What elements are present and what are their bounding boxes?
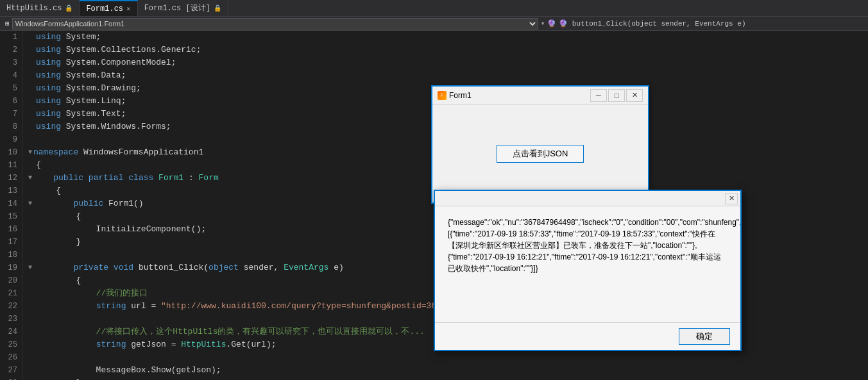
code-token: {: [36, 274, 81, 287]
code-token: System;: [61, 31, 101, 44]
line-number: 26: [5, 351, 17, 364]
code-token: sender,: [239, 261, 284, 274]
code-token: [33, 172, 53, 185]
line-number: 9: [5, 133, 17, 146]
line-number: 23: [5, 313, 17, 326]
code-token: System.Data;: [61, 69, 126, 82]
code-token: System.ComponentModel;: [61, 56, 176, 69]
code-line: MessageBox.Show(getJson);: [28, 364, 863, 377]
tab-close-icon[interactable]: ✕: [126, 4, 131, 13]
tab-form1cs-label: Form1.cs: [86, 4, 123, 13]
line-number: 14: [5, 197, 17, 210]
form1-titlebar: F Form1 ─ □ ✕: [432, 87, 648, 104]
form1-minimize-button[interactable]: ─: [590, 89, 607, 102]
line-number: 10: [5, 146, 17, 159]
code-token: using: [36, 108, 61, 120]
tab-httputils-lock-icon: 🔒: [65, 4, 72, 12]
breadcrumb-separator: ▾: [541, 19, 545, 28]
code-token: Form1(): [103, 197, 143, 210]
line-number: 5: [5, 82, 17, 95]
code-line: using System.ComponentModel;: [28, 56, 863, 69]
line-number: 21: [5, 287, 17, 300]
line-number: 15: [5, 210, 17, 223]
form1-maximize-button[interactable]: □: [608, 89, 625, 102]
code-token: }: [36, 236, 81, 249]
code-line: using System.Data;: [28, 69, 863, 82]
tab-form1design[interactable]: Form1.cs [设计] 🔒: [138, 0, 228, 16]
code-token: namespace: [33, 146, 78, 159]
code-token: InitializeComponent();: [36, 223, 206, 236]
line-number: 19: [5, 261, 17, 274]
code-token: private: [73, 261, 108, 274]
code-line: }: [28, 377, 863, 380]
line-number: 11: [5, 159, 17, 172]
line-number: 13: [5, 185, 17, 197]
code-token: class: [128, 172, 153, 185]
code-token: object: [208, 261, 239, 274]
code-token: System.Linq;: [61, 95, 126, 108]
code-token: [33, 261, 73, 274]
line-number: 7: [5, 108, 17, 120]
breadcrumb-method-icon: 🔮: [547, 19, 556, 28]
code-token: using: [36, 56, 61, 69]
code-token: public: [73, 197, 103, 210]
msg-close-button[interactable]: ✕: [725, 193, 738, 204]
line-number: 12: [5, 172, 17, 185]
code-token: System.Collections.Generic;: [61, 44, 201, 56]
code-token: {: [36, 210, 81, 223]
collapse-icon[interactable]: ▼: [28, 172, 32, 185]
code-token: getJson =: [126, 338, 181, 351]
collapse-icon[interactable]: ▼: [28, 261, 32, 274]
code-token: MessageBox.Show(getJson);: [36, 364, 221, 377]
code-line: using System.Collections.Generic;: [28, 44, 863, 56]
code-token: //将接口传入，这个HttpUitls的类，有兴趣可以研究下，也可以直接用就可以…: [36, 326, 425, 338]
line-number: 24: [5, 326, 17, 338]
collapse-icon[interactable]: ▼: [28, 197, 32, 210]
form1-close-button[interactable]: ✕: [626, 89, 643, 102]
collapse-icon[interactable]: ▼: [28, 146, 32, 159]
line-number: 18: [5, 249, 17, 261]
code-token: EventArgs: [284, 261, 328, 274]
code-token: using: [36, 44, 61, 56]
form1-title: F Form1: [438, 91, 472, 100]
line-number: 22: [5, 300, 17, 313]
json-button[interactable]: 点击看到JSON: [497, 145, 584, 163]
tab-httputils[interactable]: HttpUitls.cs 🔒: [0, 0, 80, 16]
code-token: //我们的接口: [36, 287, 148, 300]
code-line: [28, 351, 863, 364]
code-token: [36, 338, 96, 351]
tab-httputils-label: HttpUitls.cs: [6, 4, 62, 13]
code-token: [33, 197, 73, 210]
msg-dialog-titlebar: ✕: [435, 191, 740, 206]
code-token: url =: [126, 300, 161, 313]
breadcrumb: ⊞ WindowsFormsApplication1.Form1 ▾ 🔮 🔮 b…: [0, 17, 868, 31]
code-token: using: [36, 82, 61, 95]
line-number: 25: [5, 338, 17, 351]
code-token: void: [114, 261, 133, 274]
tab-form1cs[interactable]: Form1.cs ✕: [80, 0, 137, 16]
tab-form1design-lock-icon: 🔒: [214, 4, 221, 12]
code-token: System.Text;: [61, 108, 126, 120]
line-number: 17: [5, 236, 17, 249]
code-token: public: [53, 172, 83, 185]
tab-bar: HttpUitls.cs 🔒 Form1.cs ✕ Form1.cs [设计] …: [0, 0, 868, 17]
line-number: 28: [5, 377, 17, 380]
code-token: [108, 261, 114, 274]
code-token: using: [36, 31, 61, 44]
code-token: System.Drawing;: [61, 82, 141, 95]
code-token: }: [36, 377, 81, 380]
line-number: 4: [5, 69, 17, 82]
breadcrumb-class-dropdown[interactable]: WindowsFormsApplication1.Form1: [12, 18, 538, 29]
form1-app-icon: F: [438, 91, 447, 100]
code-token: .Get(url);: [226, 338, 276, 351]
message-dialog: ✕ {"message":"ok","nu":"367847964498","i…: [434, 190, 742, 351]
line-number: 6: [5, 95, 17, 108]
line-number: 27: [5, 364, 17, 377]
line-number: 8: [5, 120, 17, 133]
form1-window-controls: ─ □ ✕: [590, 89, 643, 102]
ok-button[interactable]: 确定: [679, 328, 730, 345]
code-token: System.Windows.Forms;: [61, 120, 171, 133]
form1-body: 点击看到JSON: [432, 104, 648, 202]
tab-form1design-label: Form1.cs [设计]: [144, 3, 210, 13]
code-token: [83, 172, 89, 185]
